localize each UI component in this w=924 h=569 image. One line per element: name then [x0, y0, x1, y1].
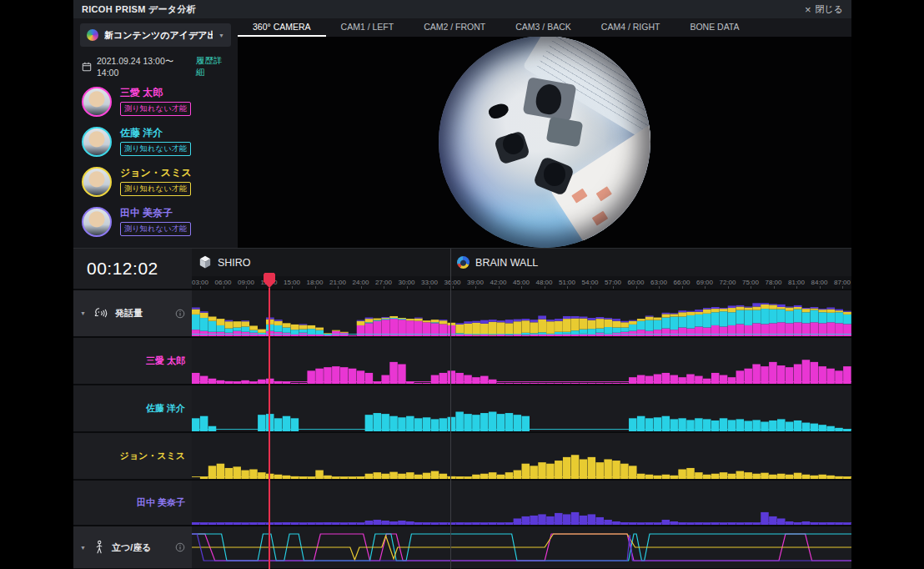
chevron-down-icon: ▼ — [218, 33, 224, 38]
chart-row-miai[interactable] — [192, 338, 851, 385]
section-divider-line — [450, 249, 451, 569]
bag — [487, 101, 510, 121]
close-button[interactable]: × 閉じる — [805, 3, 843, 16]
video-viewport[interactable] — [238, 37, 851, 248]
screen: RICOH PRISM データ分析 × 閉じる 新コンテンツのアイデア出し ▼ … — [0, 0, 924, 569]
calendar-icon — [82, 62, 92, 72]
member-item-3[interactable]: ジョン・スミス測り知れない才能 — [80, 162, 231, 202]
ruler-tick: 45:00 — [513, 279, 530, 286]
sticky-note — [596, 186, 612, 201]
tab-cam1-left[interactable]: CAM1 / LEFT — [326, 18, 409, 37]
ruler-tickmark — [453, 286, 454, 289]
avatar — [82, 167, 112, 197]
ruler-tick: 81:00 — [788, 279, 805, 286]
row-label-tanaka: 田中 美奈子 — [73, 481, 192, 526]
ruler-tick: 39:00 — [467, 279, 484, 286]
brain-wall-icon — [457, 256, 470, 269]
tab-bone-data[interactable]: BONE DATA — [675, 18, 754, 37]
ruler-tick: 33:00 — [421, 279, 438, 286]
member-item-1[interactable]: 三愛 太郎測り知れない才能 — [80, 82, 231, 122]
ruler-tick: 21:00 — [329, 279, 346, 286]
couch — [523, 77, 577, 121]
row-member-name: ジョン・スミス — [119, 450, 185, 462]
member-info: 田中 美奈子測り知れない才能 — [120, 208, 191, 236]
app-window: RICOH PRISM データ分析 × 閉じる 新コンテンツのアイデア出し ▼ … — [73, 0, 851, 569]
collapse-toggle-icon[interactable]: ▼ — [80, 545, 86, 551]
stand-icon — [93, 540, 105, 555]
ruler-tickmark — [315, 286, 316, 289]
section-shiro: SHIRO — [192, 255, 251, 269]
member-badge: 測り知れない才能 — [120, 222, 191, 236]
ruler-tick: 48:00 — [535, 279, 552, 286]
history-detail-link[interactable]: 履歴詳細 — [196, 55, 229, 78]
project-selector[interactable]: 新コンテンツのアイデア出し ▼ — [80, 23, 231, 47]
tab-cam3-back[interactable]: CAM3 / BACK — [500, 18, 586, 37]
stand-sit-step-chart — [192, 526, 851, 568]
ruler-tick: 42:00 — [490, 279, 506, 286]
ruler-tickmark — [223, 286, 224, 289]
ruler-tickmark — [751, 286, 751, 289]
ruler-tick: 03:00 — [192, 279, 208, 286]
time-ruler[interactable]: 03:0006:0009:0012:0015:0018:0021:0024:00… — [192, 276, 851, 290]
ruler-tick: 66:00 — [673, 279, 690, 286]
ruler-tick: 72:00 — [719, 279, 736, 286]
close-label: 閉じる — [815, 3, 843, 16]
ruler-tickmark — [499, 286, 500, 289]
timeline-label-column: 00:12:02 ▼発話量三愛 太郎佐藤 洋介ジョン・スミス田中 美奈子▼立つ/… — [73, 249, 192, 569]
ruler-tickmark — [774, 286, 775, 289]
ruler-tickmark — [338, 286, 339, 289]
row-group-label: 発話量 — [115, 307, 143, 320]
tab-360-camera[interactable]: 360° CAMERA — [238, 18, 326, 37]
member-name: ジョン・スミス — [120, 168, 192, 179]
speech-stacked-chart — [192, 290, 851, 336]
member-badge: 測り知れない才能 — [120, 102, 191, 116]
tab-cam2-front[interactable]: CAM2 / FRONT — [409, 18, 500, 37]
ruler-tick: 06:00 — [214, 279, 231, 286]
ruler-tick: 15:00 — [284, 279, 300, 286]
row-member-name: 三愛 太郎 — [146, 355, 185, 367]
section-header: SHIRO BRAIN WALL — [192, 249, 851, 276]
ottoman — [546, 117, 584, 147]
chart-row-john[interactable] — [192, 433, 851, 481]
row-label-speech: ▼発話量 — [73, 290, 192, 338]
ruler-tickmark — [475, 286, 476, 289]
info-icon[interactable] — [175, 542, 185, 552]
member-item-2[interactable]: 佐藤 洋介測り知れない才能 — [80, 122, 231, 162]
project-selector-label: 新コンテンツのアイデア出し — [104, 29, 213, 42]
member-item-4[interactable]: 田中 美奈子測り知れない才能 — [80, 202, 231, 242]
projected-screen-top — [522, 37, 650, 159]
ruler-tickmark — [567, 286, 568, 289]
ruler-tickmark — [361, 286, 362, 289]
info-icon[interactable] — [175, 309, 185, 319]
chart-row-tanaka[interactable] — [192, 481, 851, 526]
ruler-tickmark — [636, 286, 637, 289]
speech-bars-chart — [192, 338, 851, 384]
speech-bars-chart — [192, 385, 851, 431]
camera-tabs: 360° CAMERACAM1 / LEFTCAM2 / FRONTCAM3 /… — [238, 18, 851, 37]
ruler-tick: 51:00 — [559, 279, 575, 286]
ruler-tick: 60:00 — [627, 279, 644, 286]
speech-icon — [93, 306, 108, 320]
member-info: 佐藤 洋介測り知れない才能 — [120, 128, 191, 156]
collapse-toggle-icon[interactable]: ▼ — [80, 310, 86, 316]
ruler-tickmark — [820, 286, 821, 289]
playhead-line — [269, 288, 270, 569]
ruler-tickmark — [246, 286, 247, 289]
person-seated-bottom — [544, 163, 565, 186]
ruler-tickmark — [200, 286, 201, 289]
ruler-tickmark — [842, 286, 843, 289]
section-brain-wall-label: BRAIN WALL — [475, 257, 538, 269]
chart-row-sato[interactable] — [192, 385, 851, 433]
ruler-tick: 09:00 — [238, 279, 254, 286]
avatar — [82, 127, 112, 157]
chart-row-speech[interactable] — [192, 290, 851, 338]
camera-panel: 360° CAMERACAM1 / LEFTCAM2 / FRONTCAM3 /… — [238, 18, 851, 248]
chart-row-standsit[interactable] — [192, 526, 851, 569]
ruler-tickmark — [545, 286, 545, 289]
ruler-tickmark — [590, 286, 591, 289]
tab-cam4-right[interactable]: CAM4 / RIGHT — [586, 18, 675, 37]
member-name: 田中 美奈子 — [120, 208, 191, 219]
projected-screen-right — [550, 115, 650, 248]
ruler-tick: 30:00 — [398, 279, 414, 286]
ruler-tick: 87:00 — [834, 279, 851, 286]
